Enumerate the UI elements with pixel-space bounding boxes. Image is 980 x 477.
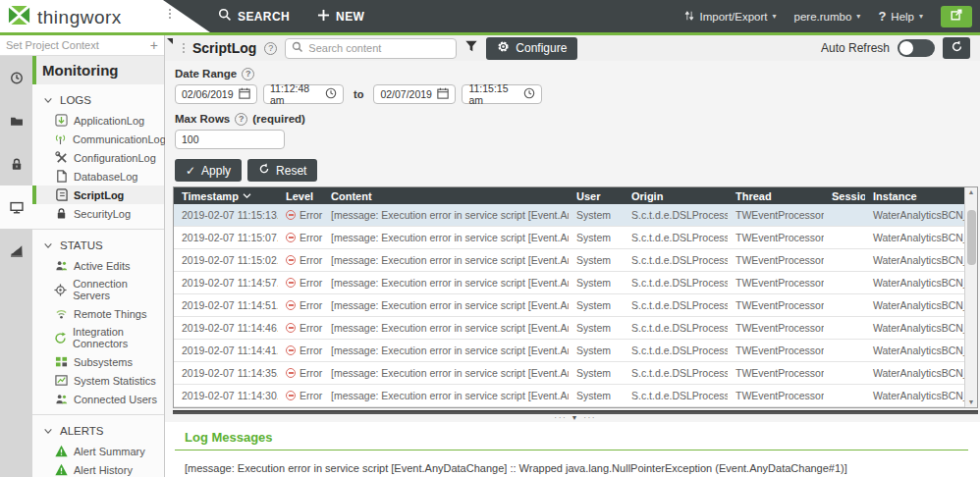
sidebar-item-remote-things[interactable]: Remote Things [32, 304, 164, 323]
table-row[interactable]: 2019-02-07 11:14:41.068Error[message: Ex… [174, 340, 964, 362]
cell-origin: S.c.t.d.e.DSLProcessor [624, 232, 728, 243]
sort-descending-icon[interactable] [243, 192, 251, 199]
user-menu[interactable]: pere.rumbo ▾ [794, 11, 861, 23]
from-time-input[interactable]: 11:12:48 am [263, 84, 344, 104]
table-row[interactable]: 2019-02-07 11:14:57.171Error[message: Ex… [174, 272, 964, 294]
panel-splitter[interactable]: ··· ▼ ··· [173, 410, 978, 422]
column-header-origin[interactable]: Origin [624, 190, 728, 202]
scrollbar-thumb[interactable] [967, 210, 976, 265]
error-icon [286, 300, 296, 310]
scroll-down-icon[interactable]: ▼ [968, 398, 975, 406]
thingworx-logo[interactable]: thingworx [8, 4, 122, 30]
section-header-alerts[interactable]: ALERTS [32, 417, 164, 442]
table-row[interactable]: 2019-02-07 11:14:51.811Error[message: Ex… [174, 294, 964, 317]
import-export-menu[interactable]: Import/Export ▾ [683, 10, 777, 24]
auto-refresh-label: Auto Refresh [821, 41, 890, 55]
rail-analytics[interactable] [0, 229, 32, 272]
rail-security[interactable] [0, 142, 32, 186]
table-row[interactable]: 2019-02-07 11:15:02.555Error[message: Ex… [174, 249, 964, 272]
section-header-logs[interactable]: LOGS [32, 86, 164, 111]
sidebar-item-securitylog[interactable]: SecurityLog [32, 204, 164, 223]
configure-button[interactable]: Configure [486, 37, 577, 60]
column-header-content[interactable]: Content [323, 190, 569, 202]
column-header-level[interactable]: Level [278, 190, 323, 202]
communication-log-icon [54, 132, 67, 145]
calendar-icon[interactable] [437, 87, 449, 101]
rail-monitoring[interactable] [0, 186, 32, 229]
to-time-input[interactable]: 11:15:15 am [462, 84, 542, 104]
from-date-input[interactable]: 02/06/2019 [175, 84, 257, 104]
table-row[interactable]: 2019-02-07 11:15:07.914Error[message: Ex… [174, 227, 964, 249]
table-scrollbar[interactable]: ▲ ▼ [964, 187, 977, 407]
cell-content: [message: Execution error in service scr… [323, 390, 569, 401]
refresh-icon [951, 39, 963, 57]
help-icon[interactable]: ? [264, 42, 277, 55]
calendar-icon[interactable] [239, 87, 250, 101]
top-right-menus: Import/Export ▾ pere.rumbo ▾ ? Help ▾ [683, 0, 973, 32]
help-icon[interactable]: ? [235, 113, 247, 126]
table-row[interactable]: 2019-02-07 11:14:46.443Error[message: Ex… [174, 317, 964, 340]
help-menu[interactable]: ? Help ▾ [878, 9, 923, 24]
cell-content: [message: Execution error in service scr… [323, 254, 569, 266]
sidebar-item-active-edits[interactable]: Active Edits [32, 256, 164, 275]
sidebar-item-databaselog[interactable]: DatabaseLog [32, 167, 164, 186]
reset-button[interactable]: Reset [247, 159, 317, 182]
cell-origin: S.c.t.d.e.DSLProcessor [624, 209, 728, 221]
clock-icon[interactable] [523, 87, 535, 101]
sidebar-item-subsystems[interactable]: Subsystems [32, 352, 164, 371]
folder-browse-icon [10, 112, 24, 131]
header-drag-handle[interactable] [183, 43, 185, 53]
sidebar-item-label: Active Edits [74, 260, 130, 272]
scroll-up-icon[interactable]: ▲ [968, 188, 975, 196]
project-context-input[interactable]: Set Project Context [6, 39, 150, 51]
sidebar-item-integration-connectors[interactable]: Integration Connectors [32, 323, 164, 352]
sidebar-item-alert-summary[interactable]: Alert Summary [32, 442, 164, 460]
sidebar-item-scriptlog[interactable]: ScriptLog [32, 186, 164, 204]
top-bar: thingworx SEARCH NEW Import/Export ▾ per… [0, 0, 980, 32]
max-rows-input[interactable]: 100 [175, 130, 285, 149]
column-header-user[interactable]: User [569, 190, 624, 202]
rail-browse[interactable] [0, 99, 32, 142]
cell-level: Error [278, 322, 323, 334]
cell-user: System [569, 232, 624, 243]
sidebar-item-connection-servers[interactable]: Connection Servers [32, 275, 164, 304]
clock-icon[interactable] [325, 87, 337, 101]
apply-button[interactable]: ✓ Apply [175, 159, 242, 182]
cell-instance: WaterAnalyticsBCN_M... [865, 367, 964, 379]
splitter-collapse-handle[interactable]: ··· ▼ ··· [173, 414, 978, 422]
search-content-box [285, 38, 457, 59]
sidebar-title: Monitoring [32, 56, 164, 84]
collapse-panel-icon[interactable] [167, 38, 173, 44]
sidebar-item-configurationlog[interactable]: ConfigurationLog [32, 148, 164, 167]
table-row[interactable]: 2019-02-07 11:14:35.693Error[message: Ex… [174, 362, 964, 385]
refresh-button[interactable] [943, 37, 970, 59]
table-row[interactable]: 2019-02-07 11:15:13.289Error[message: Ex… [174, 204, 964, 227]
section-header-status[interactable]: STATUS [32, 232, 164, 256]
search-menu-button[interactable]: SEARCH [218, 8, 290, 25]
sidebar-item-communicationlog[interactable]: CommunicationLog [32, 130, 164, 148]
column-header-timestamp[interactable]: Timestamp [174, 190, 278, 202]
rail-recent[interactable] [0, 56, 32, 99]
sidebar-item-connected-users[interactable]: Connected Users [32, 390, 164, 408]
cell-user: System [569, 209, 624, 221]
open-runtime-button[interactable] [941, 6, 972, 27]
column-header-thread[interactable]: Thread [728, 190, 824, 202]
column-header-instance[interactable]: Instance [865, 190, 964, 202]
filter-funnel-icon[interactable] [464, 39, 478, 57]
sidebar-item-applicationlog[interactable]: ApplicationLog [32, 111, 164, 130]
sidebar-item-system-statistics[interactable]: System Statistics [32, 371, 164, 390]
auto-refresh-toggle[interactable] [898, 39, 935, 57]
search-content-input[interactable] [308, 42, 450, 54]
help-icon[interactable]: ? [242, 68, 254, 80]
navigation-rail [0, 56, 32, 477]
column-header-session[interactable]: Session [824, 190, 865, 202]
panel-drag-handle[interactable] [169, 9, 171, 19]
alert-history-icon [54, 463, 68, 476]
to-label: to [354, 88, 363, 100]
connected-users-icon [54, 393, 68, 405]
sidebar-item-alert-history[interactable]: Alert History [32, 460, 164, 477]
add-project-icon[interactable]: + [150, 37, 158, 53]
to-date-input[interactable]: 02/07/2019 [373, 84, 456, 104]
table-row[interactable]: 2019-02-07 11:14:30.318Error[message: Ex… [174, 385, 964, 407]
new-menu-button[interactable]: NEW [317, 9, 364, 25]
